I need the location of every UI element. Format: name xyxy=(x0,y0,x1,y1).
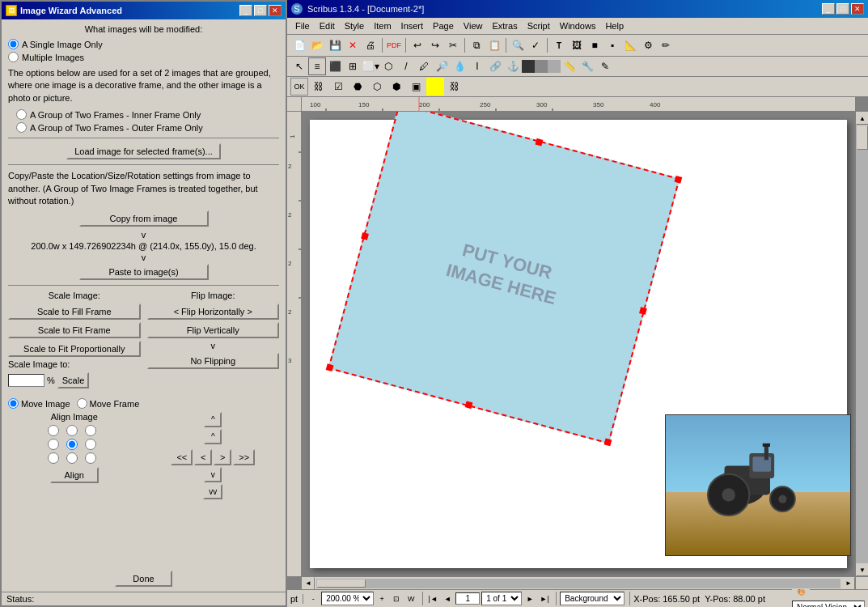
tb-align-l[interactable]: ⬣ xyxy=(349,78,366,96)
layer-select[interactable]: Background xyxy=(560,592,625,605)
scribus-minimize-button[interactable]: _ xyxy=(822,3,835,15)
radio-multiple[interactable] xyxy=(8,52,19,62)
page-input[interactable] xyxy=(455,592,480,605)
scribus-close-button[interactable]: ✕ xyxy=(851,3,864,15)
tb-gray2[interactable] xyxy=(548,60,561,73)
tb-settings[interactable]: ⚙ xyxy=(639,36,657,54)
menu-page[interactable]: Page xyxy=(428,19,459,32)
tb-shape[interactable]: ■ xyxy=(586,36,603,54)
copy-from-image-button[interactable]: Copy from image xyxy=(79,210,209,227)
align-bc[interactable] xyxy=(66,452,78,464)
maximize-button[interactable]: □ xyxy=(254,5,267,16)
tb-script-btn[interactable]: ✏ xyxy=(657,36,675,54)
scroll-thumb-h[interactable] xyxy=(317,579,366,588)
align-br[interactable] xyxy=(85,452,96,464)
nav-up-button[interactable]: ^ xyxy=(204,412,222,427)
tb-anchor[interactable]: ⚓ xyxy=(504,57,522,75)
tb-line[interactable]: / xyxy=(397,57,415,75)
tb-close[interactable]: ✕ xyxy=(344,36,362,54)
menu-help[interactable]: Help xyxy=(600,19,629,32)
tb-zoom-in[interactable]: 🔍 xyxy=(509,36,527,54)
menu-insert[interactable]: Insert xyxy=(396,19,429,32)
zoom-w-btn[interactable]: W xyxy=(404,592,417,605)
align-button[interactable]: Align xyxy=(50,467,99,483)
tb-color-yellow[interactable] xyxy=(426,78,444,96)
page-last-btn[interactable]: ►| xyxy=(538,592,551,605)
tb-paste-btn[interactable]: 📋 xyxy=(485,36,503,54)
minimize-button[interactable]: _ xyxy=(239,5,252,16)
flip-vertical-button[interactable]: Flip Vertically xyxy=(147,322,280,338)
tb-undo[interactable]: ↩ xyxy=(409,36,426,54)
scroll-down-button[interactable]: ▼ xyxy=(856,563,868,576)
zoom-out-btn[interactable]: - xyxy=(307,592,320,605)
tb-polygon[interactable]: ⬡ xyxy=(379,57,397,75)
tb-new[interactable]: 📄 xyxy=(290,36,308,54)
tb-align-j[interactable]: ▣ xyxy=(407,78,425,96)
tb-table[interactable]: ⊞ xyxy=(344,57,362,75)
flip-horizontal-button[interactable]: < Flip Horizontally > xyxy=(147,304,280,320)
tb-print[interactable]: 🖨 xyxy=(362,36,379,54)
scale-go-button[interactable]: Scale xyxy=(57,372,90,388)
scale-fit-button[interactable]: Scale to Fit Frame xyxy=(8,322,141,338)
radio-move-image[interactable] xyxy=(8,398,19,409)
tb-text[interactable]: T xyxy=(550,36,568,54)
tb-pdf[interactable]: PDF xyxy=(385,36,403,54)
tb-ok[interactable]: OK xyxy=(290,78,308,96)
align-tl[interactable] xyxy=(48,425,59,436)
align-mr[interactable] xyxy=(85,439,96,450)
tb-textbox[interactable]: ≡ xyxy=(308,57,326,75)
radio-outer[interactable] xyxy=(16,122,27,133)
align-tr[interactable] xyxy=(85,425,96,436)
paste-to-image-button[interactable]: Paste to image(s) xyxy=(79,264,209,280)
tb-copy-btn[interactable]: ⧉ xyxy=(468,36,485,54)
menu-style[interactable]: Style xyxy=(340,19,369,32)
tb-open[interactable]: 📂 xyxy=(308,36,326,54)
page-next-btn[interactable]: ► xyxy=(523,592,536,605)
tb-zoom2[interactable]: 🔎 xyxy=(433,57,451,75)
scale-fill-button[interactable]: Scale to Fill Frame xyxy=(8,304,141,320)
menu-windows[interactable]: Windows xyxy=(555,19,601,32)
tb-arrow[interactable]: ↖ xyxy=(290,57,308,75)
nav-l-button[interactable]: < xyxy=(194,449,212,465)
tb-blackbox[interactable] xyxy=(522,60,535,73)
scroll-track-h[interactable] xyxy=(316,579,840,588)
nav-rr-button[interactable]: >> xyxy=(233,449,255,465)
scroll-right-button[interactable]: ► xyxy=(842,577,855,590)
tb-measure[interactable]: 📐 xyxy=(621,36,639,54)
page-first-btn[interactable]: |◄ xyxy=(426,592,439,605)
tb-chains[interactable]: ⛓ xyxy=(310,78,328,96)
tb-shapes-dd[interactable]: ⬜▾ xyxy=(362,57,379,75)
tb-img-frame[interactable]: 🖼 xyxy=(568,36,586,54)
zoom-in-btn[interactable]: + xyxy=(375,592,388,605)
page-prev-btn[interactable]: ◄ xyxy=(441,592,454,605)
tb-color-chain[interactable]: ⛓ xyxy=(446,78,464,96)
scale-prop-button[interactable]: Scale to Fit Proportionally xyxy=(8,341,141,357)
nav-ll-button[interactable]: << xyxy=(171,449,193,465)
nav-r-button[interactable]: > xyxy=(214,449,231,465)
nav-down-button[interactable]: v xyxy=(204,467,222,482)
done-button[interactable]: Done xyxy=(115,571,171,587)
tb-pencil2[interactable]: ✎ xyxy=(596,57,614,75)
tb-save[interactable]: 💾 xyxy=(326,36,344,54)
scroll-up-button[interactable]: ▲ xyxy=(856,112,868,125)
menu-item[interactable]: Item xyxy=(369,19,396,32)
zoom-select[interactable]: 200.00 % 100.00 % 150.00 % xyxy=(321,592,374,605)
nav-down-dbl-button[interactable]: vv xyxy=(203,484,222,499)
scroll-left-button[interactable]: ◄ xyxy=(302,577,315,590)
scroll-thumb-v[interactable] xyxy=(857,125,868,150)
canvas-area[interactable]: 100 150 200 250 300 350 400 xyxy=(287,97,868,589)
tb-gray1[interactable] xyxy=(535,60,548,73)
tb-align-r[interactable]: ⬢ xyxy=(387,78,405,96)
tb-redo[interactable]: ↪ xyxy=(426,36,444,54)
align-bl[interactable] xyxy=(48,452,59,464)
no-flipping-button[interactable]: No Flipping xyxy=(147,353,280,369)
tb-textcursor[interactable]: I xyxy=(468,57,486,75)
tb-imgbox[interactable]: ⬛ xyxy=(326,57,344,75)
canvas-bg[interactable]: PUT YOUR IMAGE HERE xyxy=(302,112,855,576)
align-ml[interactable] xyxy=(48,439,59,450)
close-button[interactable]: ✕ xyxy=(269,5,282,16)
page-select[interactable]: 1 of 1 xyxy=(481,592,522,605)
nav-up-small-button[interactable]: ^ xyxy=(204,429,222,444)
tb-pen[interactable]: 🖊 xyxy=(415,57,433,75)
zoom-fit-btn[interactable]: ⊡ xyxy=(390,592,403,605)
